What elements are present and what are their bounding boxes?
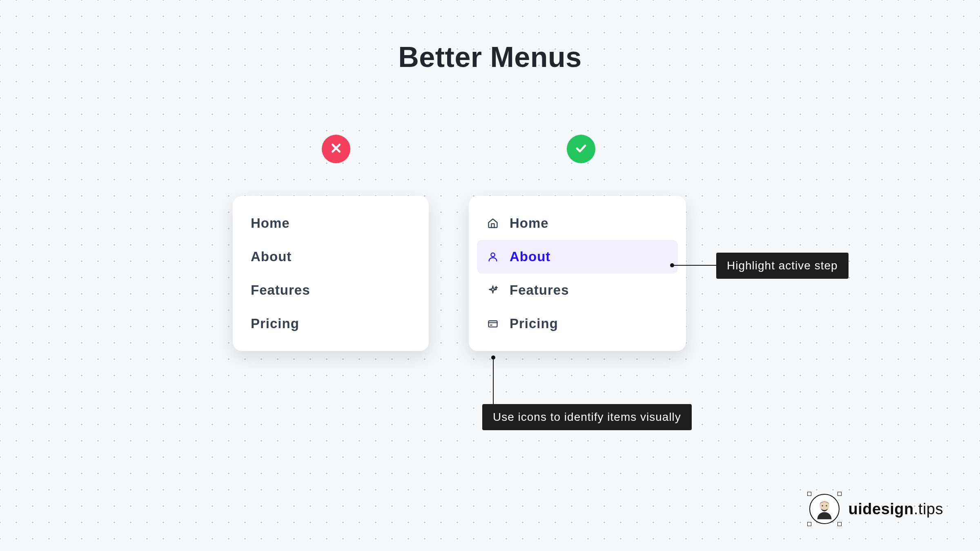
callout-highlight: Highlight active step — [716, 253, 849, 279]
credit-text: uidesign.tips — [849, 500, 943, 518]
callout-icons: Use icons to identify items visually — [482, 404, 692, 430]
check-icon — [574, 141, 588, 157]
credit-light: .tips — [914, 500, 943, 518]
menu-item-label: Pricing — [251, 316, 299, 331]
leader-icons — [489, 355, 497, 408]
avatar-selection-box — [809, 494, 840, 524]
menu-item-label: About — [251, 249, 292, 264]
home-icon — [487, 217, 499, 229]
credit-card-icon — [487, 318, 499, 330]
menu-item-label: Features — [510, 282, 569, 298]
menu-item-pricing[interactable]: Pricing — [477, 307, 678, 340]
user-icon — [487, 251, 499, 263]
menu-item-features[interactable]: Features — [477, 273, 678, 307]
page-title: Better Menus — [398, 41, 581, 73]
menu-item-label: About — [510, 249, 550, 264]
menu-item-label: Features — [251, 282, 310, 298]
menu-item-label: Pricing — [510, 316, 558, 331]
menu-item-about[interactable]: About — [241, 240, 421, 273]
svg-rect-1 — [489, 321, 497, 327]
svg-point-4 — [491, 355, 495, 360]
menu-item-features[interactable]: Features — [241, 273, 421, 307]
menu-item-label: Home — [510, 216, 549, 231]
sparkle-icon — [487, 284, 499, 296]
x-icon — [329, 141, 343, 157]
menu-item-pricing[interactable]: Pricing — [241, 307, 421, 340]
credit-bold: uidesign — [849, 500, 914, 518]
bad-badge — [322, 135, 350, 163]
menu-item-home[interactable]: Home — [241, 207, 421, 240]
svg-point-0 — [491, 253, 494, 257]
good-badge — [567, 135, 595, 163]
bad-menu-card: Home About Features Pricing — [233, 196, 429, 351]
menu-item-home[interactable]: Home — [477, 207, 678, 240]
menu-item-label: Home — [251, 216, 290, 231]
good-menu-card: Home About Features Pricing — [469, 196, 686, 351]
credit: uidesign.tips — [809, 494, 943, 524]
menu-item-about[interactable]: About — [477, 240, 678, 273]
